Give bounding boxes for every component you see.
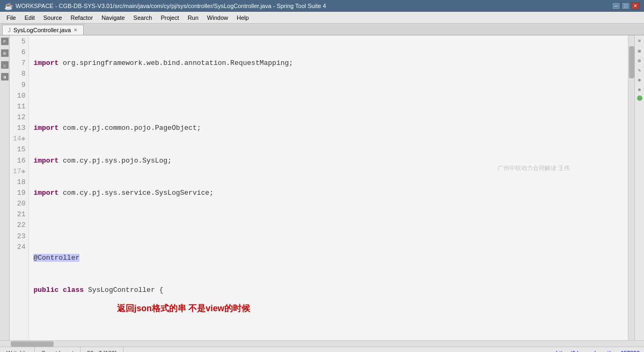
r-icon-4[interactable]: ✎ [636,67,643,74]
line-num-23: 23 [13,231,25,242]
code-line-13 [33,318,624,328]
line-num-5: 5 [13,36,25,47]
r-icon-2[interactable]: ⊞ [636,47,643,55]
line-num-6: 6 [13,47,25,58]
line-num-8: 8 [13,69,25,79]
line-num-14: 14◈ [13,134,25,144]
menu-bar: FileEditSourceRefactorNavigateSearchProj… [0,12,644,24]
window-controls: ─ □ ✕ [612,2,640,10]
horizontal-scrollbar[interactable] [0,340,644,347]
code-line-6 [33,91,624,101]
menu-item-search[interactable]: Search [129,13,157,22]
line-num-24: 24 [13,242,25,253]
minimize-button[interactable]: ─ [612,2,620,10]
tab-close-icon[interactable]: ✕ [74,27,78,33]
window-title: WORKSPACE - CGB-DB-SYS-V3.01/src/main/ja… [16,3,326,9]
status-smart-insert: Smart Insert [35,347,80,352]
line-numbers: 5 6 7 8 9 10 11 12 13 14◈ 15 16 17◈ 18 1… [10,35,29,340]
vscroll-thumb[interactable] [629,46,634,78]
r-icon-5[interactable]: ⊕ [636,76,643,84]
line-num-13: 13 [13,123,25,134]
line-num-22: 22 [13,220,25,231]
code-content-area[interactable]: import org.springframework.web.bind.anno… [29,35,628,340]
editor-tab[interactable]: J SysLogController.java ✕ [2,25,84,35]
maximize-button[interactable]: □ [621,2,630,10]
main-layout: P ⊞ △ ◑ 5 6 7 8 9 10 11 12 13 14◈ 15 16 … [0,35,644,340]
line-num-20: 20 [13,199,25,209]
status-bar: Writable Smart Insert 20 : 7 [189] https… [0,347,644,352]
line-num-12: 12 [13,112,25,123]
line-num-17: 17◈ [13,166,25,177]
code-line-7: import com.cy.pj.common.pojo.PageObject; [33,123,624,134]
line-num-9: 9 [13,80,25,91]
hscroll-thumb[interactable] [11,341,54,347]
code-line-11: @Controller [33,253,624,263]
status-writable: Writable [0,347,35,352]
tab-bar: J SysLogController.java ✕ [0,24,644,35]
code-line-9: import com.cy.pj.sys.service.SysLogServi… [33,188,624,199]
menu-item-run[interactable]: Run [184,13,203,22]
r-icon-6[interactable]: ⊗ [636,86,643,93]
line-num-16: 16 [13,156,25,166]
code-line-8: import com.cy.pj.sys.pojo.SysLog; [33,156,624,166]
tab-label: SysLogController.java [13,27,71,33]
line-num-19: 19 [13,188,25,199]
r-status-dot [637,96,642,101]
menu-item-help[interactable]: Help [232,13,253,22]
status-website: https://blog.csdn.net/cn_407808 [552,350,644,353]
close-button[interactable]: ✕ [631,2,640,10]
line-num-21: 21 [13,209,25,220]
line-num-11: 11 [13,101,25,112]
vertical-scrollbar[interactable] [628,35,634,340]
line-num-7: 7 [13,58,25,69]
code-editor[interactable]: 5 6 7 8 9 10 11 12 13 14◈ 15 16 17◈ 18 1… [10,35,634,340]
line-num-10: 10 [13,91,25,101]
code-line-10 [33,220,624,231]
menu-item-source[interactable]: Source [39,13,67,22]
sidebar-icon-1[interactable]: P [1,38,9,45]
sidebar-icon-4[interactable]: ◑ [1,73,9,80]
code-container: 5 6 7 8 9 10 11 12 13 14◈ 15 16 17◈ 18 1… [10,35,634,340]
app-icon: ☕ [4,2,13,10]
r-icon-1[interactable]: ≡ [636,38,643,45]
menu-item-file[interactable]: File [2,13,20,22]
menu-item-refactor[interactable]: Refactor [67,13,98,22]
sidebar-icon-3[interactable]: △ [1,61,9,69]
menu-item-edit[interactable]: Edit [20,13,39,22]
code-line-5: import org.springframework.web.bind.anno… [33,58,624,69]
right-sidebar: ≡ ⊞ ⚙ ✎ ⊕ ⊗ [634,35,644,340]
menu-item-project[interactable]: Project [156,13,183,22]
menu-item-window[interactable]: Window [203,13,232,22]
menu-item-navigate[interactable]: Navigate [97,13,129,22]
line-num-15: 15 [13,144,25,155]
code-line-12: public class SysLogController { [33,285,624,296]
title-bar: ☕ WORKSPACE - CGB-DB-SYS-V3.01/src/main/… [0,0,644,12]
left-sidebar: P ⊞ △ ◑ [0,35,10,340]
r-icon-3[interactable]: ⚙ [636,57,643,64]
status-position: 20 : 7 [189] [80,347,123,352]
java-file-icon: J [8,27,11,33]
sidebar-icon-2[interactable]: ⊞ [1,49,9,57]
line-num-18: 18 [13,177,25,188]
